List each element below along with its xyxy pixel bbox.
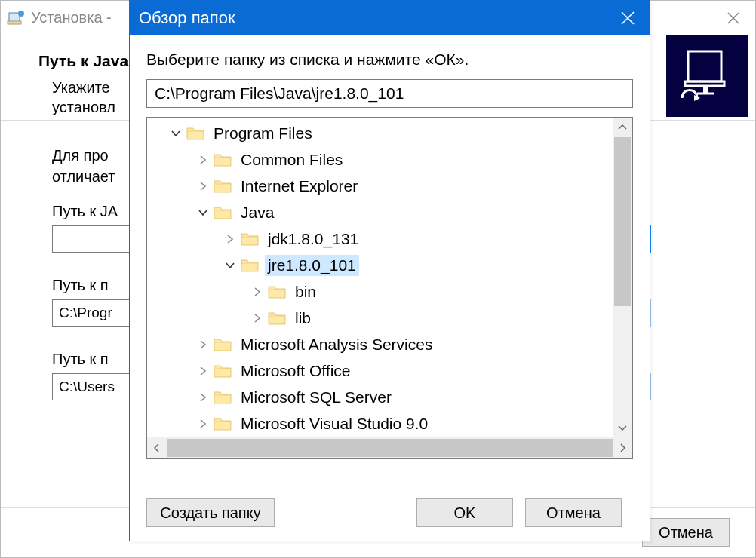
svg-rect-1 bbox=[8, 21, 21, 24]
tree-node[interactable]: Microsoft Visual Studio 9.0 bbox=[147, 410, 613, 437]
page-subtext-1: Укажите bbox=[52, 79, 110, 97]
ok-button[interactable]: OK bbox=[416, 498, 513, 527]
path2-label: Путь к п bbox=[52, 277, 109, 294]
java-path-label: Путь к JA bbox=[52, 203, 118, 220]
page-heading: Путь к Java bbox=[38, 52, 128, 70]
chevron-right-icon[interactable] bbox=[221, 230, 239, 248]
dialog-close-button[interactable] bbox=[606, 1, 650, 35]
scroll-right-arrow-icon[interactable] bbox=[613, 437, 632, 458]
chevron-right-icon[interactable] bbox=[194, 177, 212, 195]
tree-node-label: lib bbox=[292, 308, 314, 329]
parent-close-button[interactable] bbox=[711, 1, 755, 35]
folder-tree-container: Program FilesCommon FilesInternet Explor… bbox=[146, 117, 633, 459]
tree-node-label: bin bbox=[292, 281, 319, 302]
tree-node[interactable]: jre1.8.0_101 bbox=[147, 252, 613, 278]
tree-node[interactable]: bin bbox=[147, 278, 613, 305]
new-folder-button[interactable]: Создать папку bbox=[146, 498, 275, 527]
scroll-down-arrow-icon[interactable] bbox=[613, 418, 632, 437]
folder-icon bbox=[214, 416, 232, 431]
tree-node-label: Program Files bbox=[211, 123, 315, 144]
selected-path-input[interactable]: C:\Program Files\Java\jre1.8.0_101 bbox=[146, 79, 633, 108]
svg-rect-4 bbox=[685, 81, 724, 86]
folder-icon bbox=[241, 231, 259, 247]
tree-node[interactable]: Microsoft SQL Server bbox=[147, 384, 613, 410]
parent-title: Установка - bbox=[31, 9, 112, 26]
tree-node[interactable]: Common Files bbox=[147, 146, 613, 173]
browse-folder-dialog: Обзор папок Выберите папку из списка и н… bbox=[129, 0, 650, 541]
tree-node[interactable]: Microsoft Analysis Services bbox=[147, 331, 613, 357]
tree-node[interactable]: Microsoft Office bbox=[147, 357, 613, 384]
page-paragraph-1: Для про bbox=[52, 147, 109, 164]
tree-node-label: Internet Explorer bbox=[238, 176, 361, 197]
tree-node-label: jre1.8.0_101 bbox=[265, 255, 359, 276]
dialog-title: Обзор папок bbox=[139, 8, 235, 28]
chevron-right-icon[interactable] bbox=[194, 415, 212, 433]
horizontal-scroll-thumb[interactable] bbox=[167, 439, 613, 457]
page-paragraph-2: отличает bbox=[52, 168, 115, 185]
tree-node[interactable]: jdk1.8.0_131 bbox=[147, 225, 613, 252]
tree-vertical-scrollbar[interactable] bbox=[613, 118, 632, 437]
dialog-titlebar: Обзор папок bbox=[130, 1, 650, 35]
tree-node[interactable]: Java bbox=[147, 199, 613, 225]
folder-icon bbox=[268, 284, 286, 299]
tree-node-label: Microsoft Office bbox=[238, 360, 353, 382]
svg-point-2 bbox=[18, 11, 24, 17]
tree-node-label: Microsoft Visual Studio 9.0 bbox=[238, 413, 431, 434]
chevron-right-icon[interactable] bbox=[194, 388, 212, 406]
parent-cancel-button[interactable]: Отмена bbox=[642, 518, 730, 547]
chevron-right-icon[interactable] bbox=[248, 283, 266, 301]
tree-horizontal-scrollbar[interactable] bbox=[147, 437, 632, 458]
chevron-down-icon[interactable] bbox=[221, 256, 239, 274]
vertical-scroll-thumb[interactable] bbox=[614, 137, 631, 306]
tree-node-label: Java bbox=[238, 202, 277, 223]
folder-icon bbox=[186, 126, 204, 141]
installer-app-icon bbox=[5, 8, 26, 29]
dialog-cancel-button[interactable]: Отмена bbox=[525, 498, 622, 527]
page-subtext-2: установл bbox=[52, 99, 115, 116]
dialog-prompt: Выберите папку из списка и нажмите «ОК». bbox=[146, 51, 469, 69]
tree-node[interactable]: Internet Explorer bbox=[147, 173, 613, 199]
folder-icon bbox=[214, 390, 232, 405]
chevron-right-icon[interactable] bbox=[248, 309, 266, 327]
installer-hero-icon bbox=[666, 35, 748, 117]
scroll-up-arrow-icon[interactable] bbox=[613, 118, 632, 137]
tree-node-label: Microsoft Analysis Services bbox=[238, 334, 435, 355]
folder-icon bbox=[214, 337, 232, 352]
tree-node-label: Common Files bbox=[238, 149, 346, 170]
tree-node[interactable]: Program Files bbox=[147, 120, 613, 146]
tree-node[interactable]: lib bbox=[147, 305, 613, 331]
chevron-right-icon[interactable] bbox=[194, 151, 212, 169]
folder-icon bbox=[214, 205, 232, 220]
folder-icon bbox=[241, 258, 259, 273]
chevron-down-icon[interactable] bbox=[167, 124, 185, 143]
folder-tree[interactable]: Program FilesCommon FilesInternet Explor… bbox=[147, 118, 613, 437]
folder-icon bbox=[214, 179, 232, 194]
svg-rect-3 bbox=[688, 51, 721, 81]
chevron-right-icon[interactable] bbox=[194, 362, 212, 380]
chevron-down-icon[interactable] bbox=[194, 204, 212, 222]
path3-label: Путь к п bbox=[52, 351, 109, 368]
tree-node-label: jdk1.8.0_131 bbox=[265, 228, 361, 250]
folder-icon bbox=[214, 152, 232, 167]
folder-icon bbox=[214, 363, 232, 379]
svg-rect-0 bbox=[9, 13, 20, 22]
scroll-left-arrow-icon[interactable] bbox=[147, 437, 167, 458]
folder-icon bbox=[268, 311, 286, 326]
tree-node-label: Microsoft SQL Server bbox=[238, 387, 395, 408]
chevron-right-icon[interactable] bbox=[194, 336, 212, 354]
